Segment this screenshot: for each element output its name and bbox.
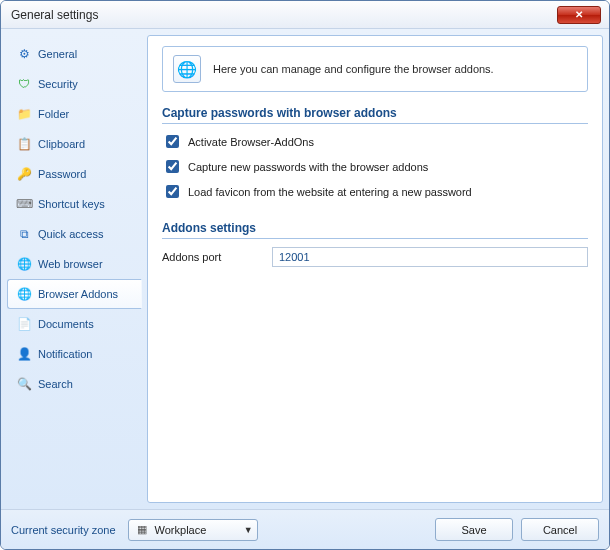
sidebar-item-search[interactable]: 🔍Search xyxy=(7,369,141,399)
sidebar-item-label: Security xyxy=(38,78,78,90)
titlebar[interactable]: General settings ✕ xyxy=(1,1,609,29)
browser-addons-icon: 🌐 xyxy=(16,286,32,302)
close-icon: ✕ xyxy=(575,9,583,20)
quick-access-icon: ⧉ xyxy=(16,226,32,242)
checkbox-load-favicon[interactable]: Load favicon from the website at enterin… xyxy=(162,182,588,201)
sidebar-item-password[interactable]: 🔑Password xyxy=(7,159,141,189)
sidebar-item-notification[interactable]: 👤Notification xyxy=(7,339,141,369)
checkbox-capture-new-label: Capture new passwords with the browser a… xyxy=(188,161,428,173)
shortcut-keys-icon: ⌨ xyxy=(16,196,32,212)
sidebar-item-label: Browser Addons xyxy=(38,288,118,300)
workplace-icon: ▦ xyxy=(135,523,149,537)
checkbox-capture-new[interactable]: Capture new passwords with the browser a… xyxy=(162,157,588,176)
documents-icon: 📄 xyxy=(16,316,32,332)
window-title: General settings xyxy=(11,8,557,22)
web-browser-icon: 🌐 xyxy=(16,256,32,272)
checkbox-activate-addons[interactable]: Activate Browser-AddOns xyxy=(162,132,588,151)
sidebar-item-web-browser[interactable]: 🌐Web browser xyxy=(7,249,141,279)
sidebar-item-label: Notification xyxy=(38,348,92,360)
window-body: ⚙General🛡Security📁Folder📋Clipboard🔑Passw… xyxy=(1,29,609,509)
sidebar-item-label: Search xyxy=(38,378,73,390)
sidebar-item-folder[interactable]: 📁Folder xyxy=(7,99,141,129)
sidebar-item-shortcut-keys[interactable]: ⌨Shortcut keys xyxy=(7,189,141,219)
clipboard-icon: 📋 xyxy=(16,136,32,152)
folder-icon: 📁 xyxy=(16,106,32,122)
section-addons-settings-title: Addons settings xyxy=(162,221,588,239)
security-zone-combo[interactable]: ▦ Workplace ▼ xyxy=(128,519,258,541)
globe-icon: 🌐 xyxy=(173,55,201,83)
cancel-button[interactable]: Cancel xyxy=(521,518,599,541)
sidebar-item-documents[interactable]: 📄Documents xyxy=(7,309,141,339)
content-panel: 🌐 Here you can manage and configure the … xyxy=(147,35,603,503)
sidebar-item-clipboard[interactable]: 📋Clipboard xyxy=(7,129,141,159)
addons-port-input[interactable] xyxy=(272,247,588,267)
password-icon: 🔑 xyxy=(16,166,32,182)
footer: Current security zone ▦ Workplace ▼ Save… xyxy=(1,509,609,549)
checkbox-load-favicon-label: Load favicon from the website at enterin… xyxy=(188,186,472,198)
sidebar-item-security[interactable]: 🛡Security xyxy=(7,69,141,99)
addons-port-row: Addons port xyxy=(162,247,588,267)
sidebar: ⚙General🛡Security📁Folder📋Clipboard🔑Passw… xyxy=(7,35,141,503)
security-zone-label: Current security zone xyxy=(11,524,116,536)
settings-window: General settings ✕ ⚙General🛡Security📁Fol… xyxy=(0,0,610,550)
checkbox-activate-addons-input[interactable] xyxy=(166,135,179,148)
sidebar-item-label: General xyxy=(38,48,77,60)
section-capture-title: Capture passwords with browser addons xyxy=(162,106,588,124)
sidebar-item-label: Folder xyxy=(38,108,69,120)
checkbox-capture-new-input[interactable] xyxy=(166,160,179,173)
info-box: 🌐 Here you can manage and configure the … xyxy=(162,46,588,92)
sidebar-item-quick-access[interactable]: ⧉Quick access xyxy=(7,219,141,249)
sidebar-item-general[interactable]: ⚙General xyxy=(7,39,141,69)
notification-icon: 👤 xyxy=(16,346,32,362)
addons-port-label: Addons port xyxy=(162,251,272,263)
general-icon: ⚙ xyxy=(16,46,32,62)
sidebar-item-label: Quick access xyxy=(38,228,103,240)
sidebar-item-label: Clipboard xyxy=(38,138,85,150)
chevron-down-icon: ▼ xyxy=(244,525,253,535)
checkbox-load-favicon-input[interactable] xyxy=(166,185,179,198)
close-button[interactable]: ✕ xyxy=(557,6,601,24)
search-icon: 🔍 xyxy=(16,376,32,392)
checkbox-activate-addons-label: Activate Browser-AddOns xyxy=(188,136,314,148)
sidebar-item-browser-addons[interactable]: 🌐Browser Addons xyxy=(7,279,142,309)
info-text: Here you can manage and configure the br… xyxy=(213,63,494,75)
security-icon: 🛡 xyxy=(16,76,32,92)
sidebar-item-label: Web browser xyxy=(38,258,103,270)
save-button[interactable]: Save xyxy=(435,518,513,541)
sidebar-item-label: Shortcut keys xyxy=(38,198,105,210)
sidebar-item-label: Password xyxy=(38,168,86,180)
sidebar-item-label: Documents xyxy=(38,318,94,330)
security-zone-value: Workplace xyxy=(155,524,238,536)
